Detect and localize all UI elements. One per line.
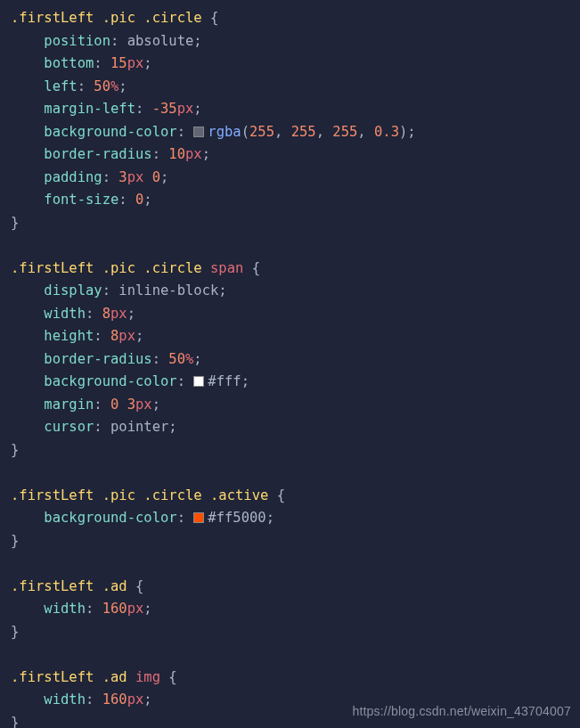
blank-line: [11, 234, 580, 258]
css-declaration: background-color: #fff;: [11, 371, 580, 394]
css-declaration: border-radius: 50%;: [11, 348, 580, 372]
css-selector-line: .firstLeft .ad img {: [11, 667, 580, 690]
css-block-close: }: [11, 439, 580, 462]
css-block-close: }: [11, 530, 580, 553]
css-declaration: height: 8px;: [11, 325, 580, 348]
css-declaration: border-radius: 10px;: [11, 143, 580, 167]
blank-line: [11, 462, 580, 485]
blank-line: [11, 552, 580, 576]
css-selector-line: .firstLeft .pic .circle {: [11, 7, 580, 30]
css-declaration: background-color: #ff5000;: [11, 507, 580, 530]
css-selector-line: .firstLeft .ad {: [11, 576, 580, 599]
css-declaration: margin: 0 3px;: [11, 394, 580, 417]
css-declaration: position: absolute;: [11, 30, 580, 53]
watermark-text: https://blog.csdn.net/weixin_43704007: [352, 700, 571, 724]
css-code-block: .firstLeft .pic .circle { position: abso…: [11, 7, 580, 728]
css-block-close: }: [11, 212, 580, 235]
css-declaration: padding: 3px 0;: [11, 167, 580, 190]
css-declaration: display: inline-block;: [11, 280, 580, 303]
css-declaration: cursor: pointer;: [11, 416, 580, 439]
blank-line: [11, 643, 580, 667]
color-swatch: [193, 376, 204, 387]
css-declaration: font-size: 0;: [11, 189, 580, 212]
css-declaration: width: 8px;: [11, 303, 580, 326]
css-block-close: }: [11, 621, 580, 644]
css-declaration: margin-left: -35px;: [11, 98, 580, 121]
color-swatch: [193, 127, 204, 137]
css-selector-line: .firstLeft .pic .circle .active {: [11, 485, 580, 508]
css-declaration: width: 160px;: [11, 598, 580, 621]
css-selector-line: .firstLeft .pic .circle span {: [11, 258, 580, 281]
color-swatch: [193, 512, 204, 523]
css-declaration: left: 50%;: [11, 76, 580, 99]
css-declaration: background-color: rgba(255, 255, 255, 0.…: [11, 121, 580, 144]
css-declaration: bottom: 15px;: [11, 53, 580, 76]
